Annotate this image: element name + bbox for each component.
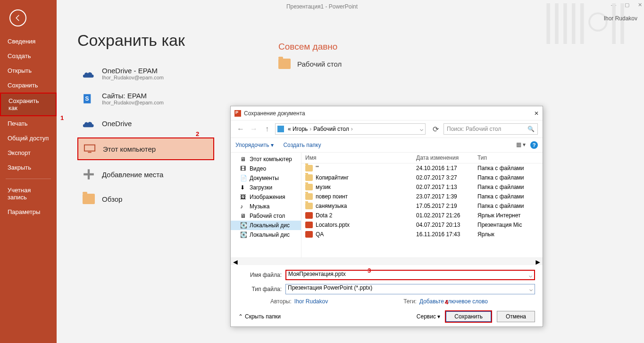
maximize-icon[interactable]: ▢ [625,2,629,8]
save-dialog: Сохранение документа ✕ ← → ↑ « Игорь› Ра… [230,106,543,327]
file-row[interactable]: Копирайтинг02.07.2017 3:27Папка с файлам… [301,173,543,182]
column-name[interactable]: Имя [305,154,416,161]
tree-downloads[interactable]: ⬇Загрузки [231,183,301,192]
file-icon [305,184,313,190]
tree-music[interactable]: ♪Музыка [231,202,301,211]
sidebar-item-info[interactable]: Сведения [0,34,57,49]
location-browse[interactable]: Обзор [77,189,214,209]
filename-input[interactable]: МояПрезентация.pptx⌵ [285,270,535,280]
chevron-down-icon[interactable]: ⌵ [529,286,533,292]
sidebar-item-save[interactable]: Сохранить [0,78,57,93]
sidebar-item-share[interactable]: Общий доступ [0,131,57,146]
tags-value[interactable]: Добавьте ключевое слово [419,298,488,305]
filetype-label: Тип файла: [238,286,285,292]
folder-tree[interactable]: 🖥Этот компьютер 🎞Видео 📄Документы ⬇Загру… [231,153,301,257]
file-row[interactable]: Locators.pptx04.07.2017 20:13Презентация… [301,220,543,230]
sidebar-item-new[interactable]: Создать [0,49,57,63]
sidebar-item-open[interactable]: Открыть [0,63,57,78]
hide-folders-toggle[interactable]: ⌃ Скрыть папки [238,313,281,320]
search-icon: 🔍 [527,126,535,132]
chevron-up-icon: ⌃ [238,313,243,320]
column-type[interactable]: Тип [477,154,539,161]
cancel-button[interactable]: Отмена [497,311,535,322]
back-button[interactable] [9,9,26,26]
file-list-header[interactable]: Имя Дата изменения Тип [301,153,543,163]
file-icon [305,193,313,200]
annotation-3: 3 [368,267,371,274]
desktop-icon: 🖥 [240,213,247,219]
file-icon [305,212,313,219]
organize-menu[interactable]: Упорядочить ▾ [235,142,274,148]
location-onedrive-epam[interactable]: OneDrive - EPAMIhor_Rudakov@epam.com [77,63,214,84]
file-row[interactable]: QA16.11.2016 17:43Ярлык [301,230,543,239]
documents-icon: 📄 [240,175,247,181]
video-icon: 🎞 [240,165,247,172]
tree-desktop[interactable]: 🖥Рабочий стол [231,211,301,221]
view-mode-button[interactable]: ▦ ▾ [516,141,526,149]
sidebar-item-export[interactable]: Экспорт [0,146,57,160]
sidebar-item-print[interactable]: Печать [0,116,57,131]
annotation-4: 4 [445,299,448,306]
sidebar-item-options[interactable]: Параметры [0,205,57,219]
nav-back-button[interactable]: ← [235,124,246,134]
chevron-down-icon[interactable]: ⌵ [420,126,423,132]
address-bar[interactable]: « Игорь› Рабочий стол› ⌵ [275,123,426,135]
nav-forward-button[interactable]: → [249,124,259,134]
recent-folder[interactable]: Рабочий стол [278,59,342,69]
file-row[interactable]: Dota 201.02.2017 21:26Ярлык Интернет [301,211,543,220]
sharepoint-icon: S [82,92,95,105]
file-icon [305,174,313,181]
location-onedrive[interactable]: OneDrive [77,113,214,134]
nav-up-button[interactable]: ↑ [262,124,272,134]
authors-value[interactable]: Ihor Rudakov [294,298,328,305]
file-icon [305,222,313,228]
annotation-2: 2 [196,130,199,137]
dialog-title: Сохранение документа [244,110,305,117]
chevron-down-icon[interactable]: ⌵ [529,272,532,279]
recent-heading: Совсем давно [278,42,342,52]
cloud-icon [82,67,95,80]
service-menu[interactable]: Сервис ▾ [417,313,440,320]
location-add-place[interactable]: Добавление места [77,164,214,185]
dialog-titlebar: Сохранение документа ✕ [231,106,543,120]
file-row[interactable]: санямузыка17.05.2017 2:19Папка с файлами [301,201,543,211]
filetype-select[interactable]: Презентация PowerPoint (*.pptx)⌵ [285,284,535,294]
file-row[interactable]: '''24.10.2016 1:17Папка с файлами [301,163,543,173]
tree-pictures[interactable]: 🖼Изображения [231,192,301,202]
minimize-icon[interactable]: — [611,2,616,8]
filename-label: Имя файла: [238,272,285,278]
new-folder-button[interactable]: Создать папку [283,142,321,148]
save-button[interactable]: Сохранить [445,310,492,323]
tree-documents[interactable]: 📄Документы [231,173,301,183]
svg-rect-2 [84,145,95,151]
tree-local-disk-2[interactable]: 💽Локальный дис [231,230,301,240]
tree-local-disk[interactable]: 💽Локальный дис [231,221,301,230]
file-row[interactable]: музик02.07.2017 1:13Папка с файлами [301,182,543,192]
window-title: Презентация1 - PowerPoint [286,3,358,10]
location-this-pc[interactable]: Этот компьютер [77,137,214,160]
location-sites[interactable]: S Сайты: EPAMIhor_Rudakov@epam.com [77,88,214,109]
sidebar-item-save-as[interactable]: Сохранить как [0,93,57,116]
horizontal-scrollbar[interactable]: ◄► [231,257,543,265]
svg-rect-3 [88,152,91,153]
sidebar-item-close[interactable]: Закрыть [0,160,57,175]
folder-icon [82,192,95,206]
music-icon: ♪ [240,203,247,210]
tree-this-pc[interactable]: 🖥Этот компьютер [231,154,301,164]
dialog-nav: ← → ↑ « Игорь› Рабочий стол› ⌵ ⟳ Поиск: … [231,120,543,137]
sidebar-item-account[interactable]: Учетная запись [0,183,57,205]
authors-label: Авторы: [270,298,292,305]
recent-folder-label: Рабочий стол [297,60,342,68]
backstage-sidebar: Сведения Создать Открыть Сохранить Сохра… [0,0,57,343]
search-input[interactable]: Поиск: Рабочий стол 🔍 [443,123,538,135]
file-row[interactable]: повер поинт23.07.2017 1:39Папка с файлам… [301,192,543,201]
refresh-button[interactable]: ⟳ [430,124,441,134]
dialog-body: 🖥Этот компьютер 🎞Видео 📄Документы ⬇Загру… [231,153,543,257]
dialog-close-button[interactable]: ✕ [534,110,539,117]
help-icon[interactable]: ? [530,141,538,149]
column-date[interactable]: Дата изменения [416,154,477,161]
computer-icon [83,142,96,155]
tree-videos[interactable]: 🎞Видео [231,164,301,173]
close-icon[interactable]: ✕ [638,2,642,8]
titlebar: Презентация1 - PowerPoint — ▢ ✕ [0,0,644,13]
